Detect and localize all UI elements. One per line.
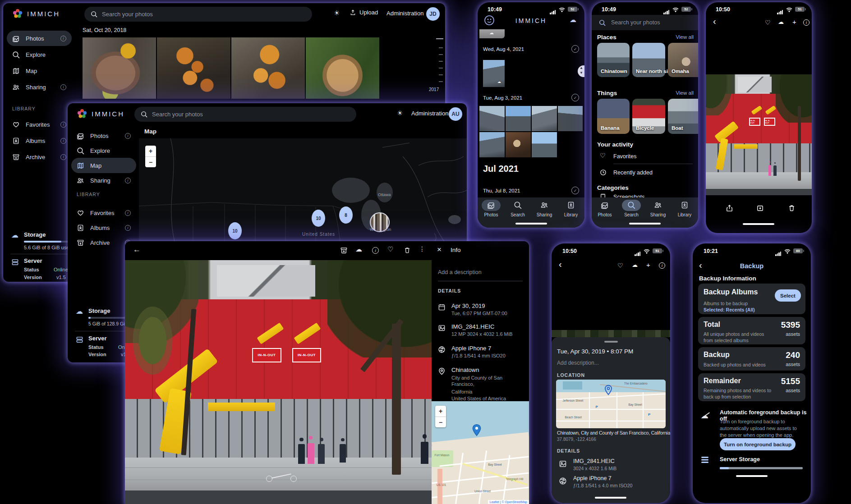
- add-icon[interactable]: +: [646, 261, 650, 269]
- view-all-link[interactable]: View all: [676, 34, 694, 40]
- theme-toggle-sun-icon[interactable]: ☀: [334, 9, 340, 17]
- photo-thumbnail[interactable]: [157, 37, 230, 99]
- nav-item-photos[interactable]: Photos: [592, 201, 618, 217]
- photo-thumbnail[interactable]: [479, 106, 505, 131]
- sidebar-item-sharing[interactable]: Sharing i: [7, 79, 72, 95]
- location-map[interactable]: The Embarcadero Jefferson Street Beach S…: [556, 380, 666, 428]
- info-circle-icon[interactable]: i: [60, 122, 66, 128]
- thing-card[interactable]: Bicycle: [632, 99, 665, 134]
- immich-logo[interactable]: IMMICH: [77, 108, 124, 119]
- back-arrow-icon[interactable]: ←: [133, 245, 141, 254]
- zoom-in-button[interactable]: +: [145, 146, 156, 156]
- photo-sliver[interactable]: [552, 330, 670, 337]
- info-circle-icon[interactable]: i: [125, 178, 131, 183]
- select-all-check-icon[interactable]: ✓: [571, 45, 579, 53]
- select-button[interactable]: Select: [775, 289, 801, 302]
- map-attribution[interactable]: Leaflet | © OpenStreetMap: [488, 500, 529, 504]
- backup-status-icon[interactable]: ☁: [570, 16, 576, 24]
- administration-link[interactable]: Administration: [386, 10, 423, 17]
- sidebar-item-albums[interactable]: Albums i: [7, 133, 72, 148]
- map-photo-marker[interactable]: [370, 212, 390, 232]
- description-placeholder[interactable]: Add description...: [557, 360, 599, 366]
- photo-thumbnail[interactable]: [532, 132, 557, 157]
- photo-thumbnail[interactable]: [306, 37, 379, 99]
- map-cluster-marker[interactable]: 10: [312, 210, 325, 227]
- cloud-upload-icon[interactable]: ☁: [778, 18, 784, 25]
- sidebar-item-photos[interactable]: Photos i: [71, 128, 136, 143]
- sidebar-item-albums[interactable]: Albums i: [71, 220, 136, 235]
- heart-icon[interactable]: ♡: [765, 19, 771, 26]
- map-zoom-control[interactable]: + −: [145, 146, 156, 167]
- sidebar-item-archive[interactable]: Archive i: [7, 149, 72, 165]
- photo-in-n-out[interactable]: IN-N-OUT IN-N-OUT: [125, 260, 432, 504]
- turn-on-foreground-backup-button[interactable]: Turn on foreground backup: [720, 438, 796, 450]
- select-all-check-icon[interactable]: ✓: [571, 187, 579, 194]
- back-chevron-icon[interactable]: ‹: [713, 17, 716, 26]
- place-card[interactable]: Chinatown: [597, 43, 630, 77]
- theme-toggle-sun-icon[interactable]: ☀: [397, 109, 403, 117]
- info-icon[interactable]: i: [372, 247, 379, 254]
- search-bar[interactable]: [84, 7, 312, 22]
- heart-icon[interactable]: ♡: [617, 262, 623, 269]
- thing-card[interactable]: Banana: [597, 99, 630, 134]
- timeline-year-label[interactable]: 2017: [429, 87, 439, 92]
- administration-link[interactable]: Administration: [411, 110, 448, 117]
- select-all-check-icon[interactable]: ✓: [571, 94, 579, 101]
- photo-thumbnail[interactable]: [83, 37, 156, 99]
- sidebar-item-sharing[interactable]: Sharing i: [71, 173, 136, 188]
- sidebar-item-map[interactable]: Map: [71, 158, 136, 173]
- photo-thumbnail[interactable]: [532, 106, 557, 131]
- asset-location[interactable]: Chinatown City and County of San Francis…: [451, 367, 524, 401]
- nav-item-sharing[interactable]: Sharing: [645, 201, 671, 217]
- cloud-upload-icon[interactable]: ☁: [632, 261, 638, 268]
- sidebar-item-favorites[interactable]: Favorites i: [7, 117, 72, 132]
- search-bar[interactable]: [134, 107, 356, 122]
- nav-item-photos[interactable]: Photos: [478, 201, 504, 217]
- photo-thumbnail[interactable]: [479, 132, 505, 157]
- photo-thumbnail[interactable]: [483, 60, 505, 87]
- photo-thumbnail[interactable]: [506, 106, 531, 131]
- immich-logo[interactable]: IMMICH: [12, 8, 60, 19]
- nav-item-search[interactable]: Search: [618, 201, 644, 217]
- add-icon[interactable]: +: [792, 18, 796, 26]
- zoom-out-button[interactable]: −: [435, 417, 446, 427]
- sheet-drag-handle[interactable]: [604, 341, 618, 343]
- nav-item-sharing[interactable]: Sharing: [531, 201, 557, 217]
- place-card[interactable]: Omaha: [668, 43, 698, 77]
- timeline-scrubber-handle[interactable]: [436, 38, 443, 39]
- info-icon[interactable]: i: [803, 19, 810, 26]
- archive-icon[interactable]: [340, 247, 348, 254]
- place-card[interactable]: Near north side: [632, 43, 665, 77]
- search-bar[interactable]: Search your photos: [592, 15, 698, 30]
- sidebar-item-photos[interactable]: Photos i: [7, 31, 72, 46]
- upload-button[interactable]: Upload: [350, 9, 378, 16]
- close-icon[interactable]: ×: [437, 245, 442, 254]
- user-avatar[interactable]: AU: [449, 107, 462, 121]
- archive-icon[interactable]: [756, 204, 764, 212]
- view-all-link[interactable]: View all: [676, 90, 694, 96]
- info-circle-icon[interactable]: i: [60, 138, 66, 144]
- zoom-out-button[interactable]: −: [145, 156, 156, 167]
- sidebar-item-favorites[interactable]: Favorites i: [71, 205, 136, 220]
- user-avatar[interactable]: JD: [426, 7, 440, 21]
- sidebar-item-explore[interactable]: Explore: [7, 47, 72, 62]
- timeline-drag-scrubber[interactable]: ▲ ▼: [578, 65, 584, 77]
- kebab-menu-icon[interactable]: ⋮: [419, 245, 425, 252]
- info-circle-icon[interactable]: i: [125, 210, 131, 216]
- photo-thumbnail[interactable]: [231, 37, 305, 99]
- zoom-in-button[interactable]: +: [435, 406, 446, 417]
- back-chevron-icon[interactable]: ‹: [559, 260, 562, 269]
- description-placeholder[interactable]: Add a description: [438, 269, 482, 275]
- heart-icon[interactable]: ♡: [387, 245, 393, 253]
- share-icon[interactable]: [726, 204, 733, 212]
- photo-thumbnail[interactable]: [506, 132, 531, 157]
- location-map[interactable]: Fort Mason US 101 Bay Street Union Stree…: [432, 401, 529, 504]
- trash-icon[interactable]: [788, 204, 796, 212]
- map-cluster-marker[interactable]: 8: [339, 206, 353, 224]
- info-circle-icon[interactable]: i: [60, 84, 66, 90]
- activity-favorites[interactable]: Favorites: [613, 153, 636, 160]
- sidebar-item-explore[interactable]: Explore: [71, 143, 136, 158]
- cloud-download-icon[interactable]: ☁: [355, 245, 362, 253]
- map-cluster-marker[interactable]: 10: [228, 222, 242, 239]
- info-circle-icon[interactable]: i: [125, 133, 131, 139]
